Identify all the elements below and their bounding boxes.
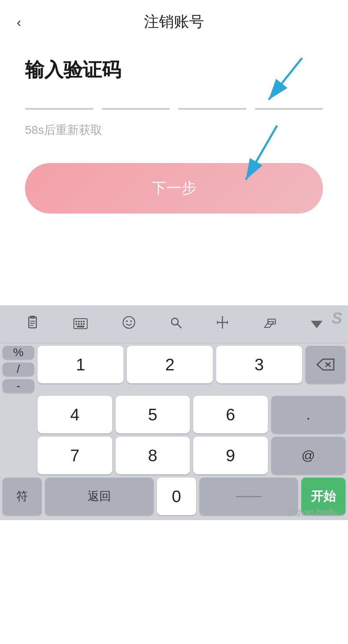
code-digit-1[interactable] [25, 108, 93, 110]
content-area: 输入验证码 58s后重新获取 [0, 40, 348, 239]
key-at[interactable]: @ [271, 437, 346, 474]
clipboard-icon[interactable] [21, 313, 44, 335]
key-back[interactable]: 返回 [45, 478, 153, 515]
svg-rect-10 [76, 321, 77, 322]
svg-marker-29 [311, 321, 323, 328]
cursor-icon[interactable] [212, 313, 233, 335]
collapse-keyboard-icon[interactable] [307, 314, 327, 335]
key-symbol[interactable]: 符 [3, 478, 42, 515]
key-space[interactable] [199, 478, 298, 515]
svg-line-23 [177, 324, 181, 328]
key-3[interactable]: 3 [216, 346, 302, 383]
page-title: 注销账号 [144, 12, 204, 32]
svg-point-19 [123, 317, 135, 328]
svg-line-1 [269, 58, 302, 100]
svg-marker-26 [217, 320, 219, 325]
key-6[interactable]: 6 [193, 396, 268, 433]
emoji-icon[interactable] [118, 313, 140, 335]
search-icon[interactable] [166, 314, 187, 335]
svg-rect-13 [83, 321, 85, 322]
svg-point-20 [126, 320, 128, 322]
back-button[interactable]: ‹ [17, 15, 21, 29]
special-keys-col: % / - [3, 346, 34, 392]
svg-rect-18 [77, 326, 84, 327]
code-inputs-wrapper [25, 108, 323, 110]
key-2[interactable]: 2 [127, 346, 213, 383]
svg-rect-11 [78, 321, 80, 322]
key-5[interactable]: 5 [116, 396, 190, 433]
key-1[interactable]: 1 [38, 346, 124, 383]
keyboard-rows: % / - 1 2 3 4 5 6 . 7 8 9 @ [0, 343, 348, 520]
keyboard: S % / - 1 2 3 4 5 6 . [0, 305, 348, 520]
next-button-wrapper: 下一步 [25, 163, 323, 214]
svg-line-3 [246, 126, 277, 180]
key-0[interactable]: 0 [157, 478, 196, 515]
keyboard-icon[interactable] [69, 314, 92, 335]
eraser-icon[interactable] [259, 314, 281, 335]
key-7[interactable]: 7 [38, 437, 112, 474]
key-8[interactable]: 8 [116, 437, 190, 474]
keyboard-toolbar: S [0, 305, 348, 343]
key-4[interactable]: 4 [38, 396, 112, 433]
svg-rect-14 [76, 323, 77, 325]
svg-rect-12 [81, 321, 82, 322]
header: ‹ 注销账号 [0, 0, 348, 40]
svg-rect-16 [81, 323, 82, 325]
backspace-key[interactable] [305, 346, 345, 383]
svg-rect-15 [78, 323, 80, 325]
svg-marker-27 [226, 320, 228, 325]
code-digit-2[interactable] [102, 108, 170, 110]
baidu-watermark: jingyan.baidu... [287, 507, 344, 517]
key-dot[interactable]: . [271, 396, 346, 433]
arrow-lower-annotation [223, 121, 290, 188]
key-minus[interactable]: - [3, 379, 34, 392]
arrow-upper-annotation [244, 54, 310, 112]
key-9[interactable]: 9 [193, 437, 268, 474]
key-percent[interactable]: % [3, 346, 34, 359]
swype-logo: S [332, 309, 342, 327]
code-digit-3[interactable] [178, 108, 247, 110]
svg-rect-17 [83, 323, 85, 325]
svg-point-21 [130, 320, 132, 322]
key-slash[interactable]: / [3, 362, 34, 376]
